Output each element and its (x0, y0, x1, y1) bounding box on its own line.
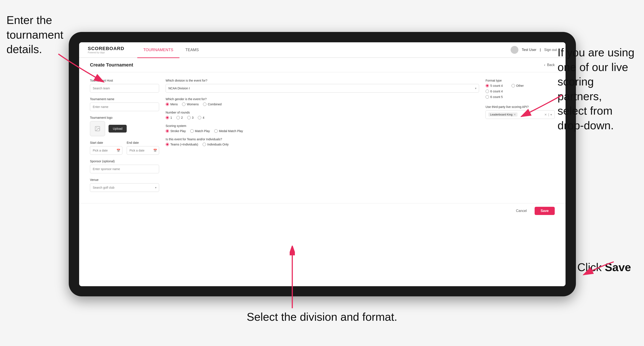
gender-womens-radio[interactable] (182, 103, 186, 106)
gender-mens[interactable]: Mens (166, 103, 178, 106)
api-tag-text: Leaderboard King (490, 113, 512, 116)
format-6count5-radio[interactable] (486, 95, 489, 99)
tournament-host-wrapper (90, 84, 159, 93)
api-clear-icon[interactable]: ✕ (544, 113, 547, 116)
event-teams[interactable]: Teams (+Individuals) (166, 143, 198, 146)
col-right: Format type 5 count 4 6 count 4 (486, 79, 555, 197)
col-left: Tournament Host Tournament name Tourname… (90, 79, 159, 197)
logo-area: SCOREBOARD Powered by clippi (88, 46, 124, 54)
format-other-label: Other (516, 84, 524, 87)
api-tag-field[interactable]: Leaderboard King ✕ ✕ | ▾ (486, 110, 555, 119)
scoring-stroke[interactable]: Stroke Play (166, 129, 186, 133)
format-5count4-radio[interactable] (486, 84, 489, 87)
form-body: Tournament Host Tournament name Tourname… (79, 72, 566, 203)
navbar: SCOREBOARD Powered by clippi TOURNAMENTS… (79, 42, 566, 58)
start-date-input[interactable] (90, 146, 122, 155)
division-select[interactable]: NCAA Division I (166, 84, 479, 93)
scoring-match-radio[interactable] (190, 129, 194, 133)
tab-teams[interactable]: TEAMS (180, 42, 205, 58)
tournament-name-label: Tournament name (90, 97, 159, 101)
api-separator: | (548, 113, 549, 116)
rounds-2-radio[interactable] (176, 116, 180, 119)
tournament-host-label: Tournament Host (90, 79, 159, 82)
api-tag-close-icon[interactable]: ✕ (514, 113, 516, 116)
date-row: Start date End date (90, 141, 159, 155)
venue-group: Venue (90, 178, 159, 192)
division-label: Which division is the event for? (166, 79, 479, 82)
rounds-2[interactable]: 2 (176, 116, 183, 119)
gender-combined-radio[interactable] (203, 103, 206, 106)
event-teams-radio[interactable] (166, 143, 169, 146)
rounds-1[interactable]: 1 (166, 116, 172, 119)
rounds-4-label: 4 (202, 116, 204, 119)
tournament-name-input[interactable] (90, 103, 159, 111)
nav-tabs: TOURNAMENTS TEAMS (137, 42, 510, 58)
format-other[interactable]: Other (512, 84, 524, 87)
tablet-frame: SCOREBOARD Powered by clippi TOURNAMENTS… (69, 32, 576, 296)
nav-right: Test User | Sign out (510, 46, 557, 54)
format-label: Format type (486, 79, 555, 82)
save-button[interactable]: Save (534, 207, 555, 215)
scoring-medal-radio[interactable] (214, 129, 218, 133)
end-date-label: End date (127, 141, 159, 144)
api-controls: ✕ | ▾ (544, 113, 552, 116)
page-header: Create Tournament ‹ Back (79, 58, 566, 72)
tab-tournaments[interactable]: TOURNAMENTS (137, 42, 180, 58)
api-chevron-icon[interactable]: ▾ (550, 113, 552, 116)
tablet-screen: SCOREBOARD Powered by clippi TOURNAMENTS… (79, 42, 566, 286)
tournament-host-group: Tournament Host (90, 79, 159, 93)
end-date-wrapper (127, 146, 159, 155)
venue-wrapper (90, 183, 159, 192)
rounds-3-radio[interactable] (187, 116, 191, 119)
scoring-stroke-label: Stroke Play (170, 129, 186, 133)
col-middle: Which division is the event for? NCAA Di… (166, 79, 479, 197)
format-col-right: Other (512, 84, 524, 99)
rounds-1-radio[interactable] (166, 116, 169, 119)
api-label: Use third-party live scoring API? (486, 105, 555, 109)
upload-button[interactable]: Upload (108, 125, 127, 133)
rounds-3[interactable]: 3 (187, 116, 194, 119)
gender-label: Which gender is the event for? (166, 97, 479, 101)
event-for-label: Is this event for Teams and/or Individua… (166, 138, 479, 141)
annotation-click-save: Click Save (577, 260, 631, 275)
scoring-match[interactable]: Match Play (190, 129, 210, 133)
gender-womens[interactable]: Womens (182, 103, 199, 106)
format-6count5-label: 6 count 5 (490, 95, 503, 99)
form-footer: Cancel Save (79, 203, 566, 218)
event-for-group: Is this event for Teams and/or Individua… (166, 138, 479, 146)
venue-label: Venue (90, 178, 159, 181)
logo-preview (90, 121, 105, 136)
scoring-medal[interactable]: Medal Match Play (214, 129, 243, 133)
sponsor-input[interactable] (90, 165, 159, 173)
tournament-host-input[interactable] (90, 84, 159, 93)
logo-subtitle: Powered by clippi (88, 51, 124, 54)
format-6count4-radio[interactable] (486, 90, 489, 93)
event-individuals-radio[interactable] (202, 143, 206, 146)
event-teams-label: Teams (+Individuals) (170, 143, 198, 146)
rounds-3-label: 3 (192, 116, 194, 119)
gender-group: Which gender is the event for? Mens Wome… (166, 97, 479, 106)
venue-input[interactable] (90, 183, 159, 192)
format-col-left: 5 count 4 6 count 4 6 count 5 (486, 84, 503, 99)
format-5count4[interactable]: 5 count 4 (486, 84, 503, 87)
dates-group: Start date End date (90, 141, 159, 155)
cancel-button[interactable]: Cancel (512, 207, 531, 215)
rounds-label: Number of rounds (166, 111, 479, 114)
scoring-stroke-radio[interactable] (166, 129, 169, 133)
format-6count5[interactable]: 6 count 5 (486, 95, 503, 99)
gender-combined[interactable]: Combined (203, 103, 222, 106)
event-individuals[interactable]: Individuals Only (202, 143, 229, 146)
sponsor-group: Sponsor (optional) (90, 160, 159, 173)
format-other-radio[interactable] (512, 84, 515, 87)
annotation-select-division: Select the division and format. (247, 310, 397, 325)
tournament-logo-group: Tournament logo Upload (90, 116, 159, 136)
end-date-input[interactable] (127, 146, 159, 155)
format-6count4[interactable]: 6 count 4 (486, 90, 503, 93)
gender-mens-radio[interactable] (166, 103, 169, 106)
format-group: Format type 5 count 4 6 count 4 (486, 79, 555, 99)
rounds-4[interactable]: 4 (198, 116, 204, 119)
back-link[interactable]: ‹ Back (544, 63, 555, 67)
rounds-4-radio[interactable] (198, 116, 201, 119)
format-5count4-label: 5 count 4 (490, 84, 503, 87)
sign-out-link[interactable]: Sign out (544, 48, 557, 52)
